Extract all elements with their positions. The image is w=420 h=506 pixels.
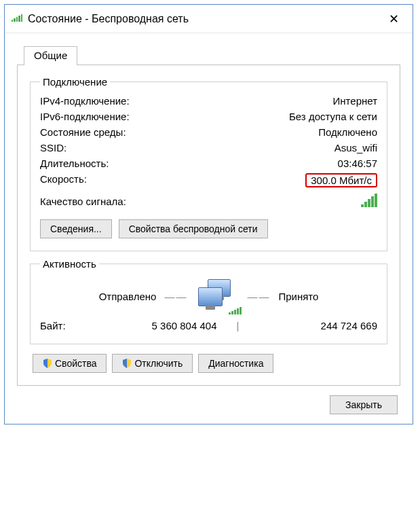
diagnose-button[interactable]: Диагностика	[198, 354, 273, 373]
ipv6-label: IPv6-подключение:	[40, 111, 130, 122]
bytes-row: Байт: 5 360 804 404 | 244 724 669	[40, 314, 377, 331]
dialog-body: Общие Подключение IPv4-подключение: Инте…	[5, 33, 413, 424]
bytes-sent: 5 360 804 404	[81, 320, 235, 331]
window-title: Состояние - Беспроводная сеть	[28, 13, 381, 25]
activity-group: Активность Отправлено —— —— Принято Байт…	[30, 258, 387, 344]
row-media: Состояние среды: Подключено	[40, 124, 377, 140]
row-ssid: SSID: Asus_wifi	[40, 140, 377, 156]
close-icon[interactable]: ✕	[381, 9, 406, 29]
tab-general[interactable]: Общие	[24, 46, 77, 65]
speed-label: Скорость:	[40, 173, 87, 187]
wifi-icon	[12, 14, 22, 24]
footer: Закрыть	[17, 386, 400, 416]
signal-strength-icon	[361, 194, 377, 207]
speed-value: 300.0 Мбит/с	[305, 173, 377, 187]
ipv4-value: Интернет	[333, 95, 377, 107]
network-computers-icon	[195, 279, 239, 313]
recv-label: Принято	[278, 291, 318, 302]
activity-graphic: Отправлено —— —— Принято	[40, 279, 377, 313]
bytes-label: Байт:	[40, 320, 81, 331]
connection-buttons: Сведения... Свойства беспроводной сети	[40, 219, 377, 238]
tab-strip: Общие	[24, 46, 400, 65]
wireless-properties-button[interactable]: Свойства беспроводной сети	[119, 219, 268, 238]
connection-group: Подключение IPv4-подключение: Интернет I…	[30, 76, 387, 251]
close-button[interactable]: Закрыть	[330, 395, 398, 414]
properties-button[interactable]: Свойства	[33, 354, 107, 373]
action-buttons: Свойства Отключить Диагностика	[33, 354, 387, 373]
details-button[interactable]: Сведения...	[40, 219, 112, 238]
activity-legend: Активность	[40, 258, 99, 270]
titlebar: Состояние - Беспроводная сеть ✕	[5, 5, 413, 33]
duration-label: Длительность:	[40, 158, 109, 169]
disable-button-label: Отключить	[134, 358, 183, 369]
shield-icon	[43, 359, 52, 368]
ssid-label: SSID:	[40, 142, 66, 153]
signal-label: Качество сигнала:	[40, 196, 126, 207]
row-speed: Скорость: 300.0 Мбит/с	[40, 171, 377, 189]
tab-panel-general: Подключение IPv4-подключение: Интернет I…	[17, 65, 400, 386]
properties-button-label: Свойства	[55, 358, 96, 369]
row-ipv6: IPv6-подключение: Без доступа к сети	[40, 109, 377, 124]
media-value: Подключено	[318, 126, 377, 138]
row-signal: Качество сигнала:	[40, 189, 377, 213]
duration-value: 03:46:57	[338, 158, 377, 169]
row-duration: Длительность: 03:46:57	[40, 156, 377, 171]
status-dialog: Состояние - Беспроводная сеть ✕ Общие По…	[4, 4, 413, 424]
dash-right: ——	[247, 291, 270, 302]
disable-button[interactable]: Отключить	[112, 354, 193, 373]
sent-label: Отправлено	[99, 291, 157, 302]
ssid-value: Asus_wifi	[335, 142, 377, 153]
media-label: Состояние среды:	[40, 126, 126, 138]
row-ipv4: IPv4-подключение: Интернет	[40, 93, 377, 109]
connection-legend: Подключение	[40, 76, 110, 88]
speed-value-highlight: 300.0 Мбит/с	[305, 173, 377, 187]
bytes-separator: |	[235, 320, 242, 331]
shield-icon	[122, 359, 132, 368]
bytes-recv: 244 724 669	[242, 320, 378, 331]
ipv6-value: Без доступа к сети	[289, 111, 377, 122]
ipv4-label: IPv4-подключение:	[40, 95, 130, 107]
dash-left: ——	[164, 291, 187, 302]
